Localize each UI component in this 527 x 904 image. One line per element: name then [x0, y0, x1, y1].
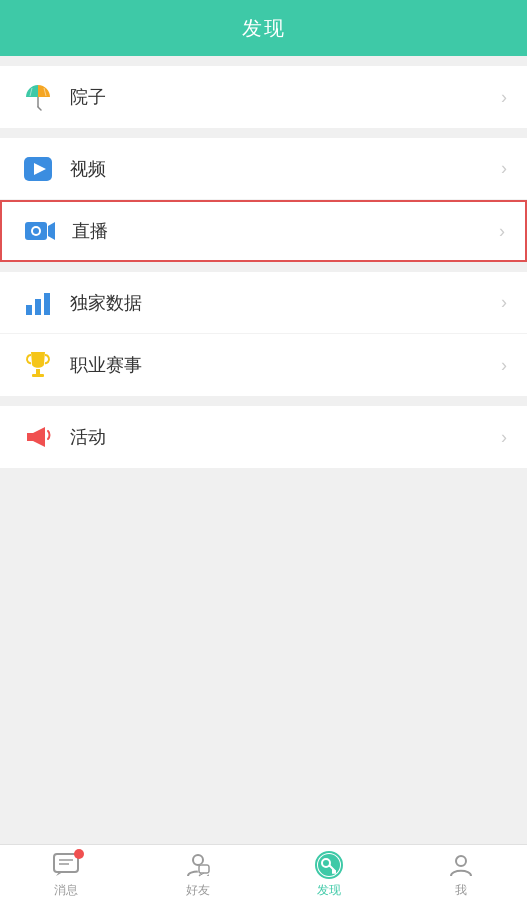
svg-rect-14 — [32, 374, 44, 377]
umbrella-icon — [20, 79, 56, 115]
nav-label-messages: 消息 — [54, 882, 78, 899]
live-label: 直播 — [72, 219, 499, 243]
yard-chevron: › — [501, 87, 507, 108]
nav-item-discover[interactable]: 发现 — [264, 851, 396, 899]
svg-point-20 — [193, 855, 203, 865]
nav-label-discover: 发现 — [317, 882, 341, 899]
nav-item-messages[interactable]: 消息 — [0, 851, 132, 899]
header: 发现 — [0, 0, 527, 56]
menu-item-data[interactable]: 独家数据 › — [0, 272, 527, 334]
live-chevron: › — [499, 221, 505, 242]
section-yard: 院子 › — [0, 66, 527, 128]
svg-point-9 — [33, 228, 39, 234]
nav-item-me[interactable]: 我 — [395, 851, 527, 899]
svg-line-1 — [38, 107, 41, 110]
menu-item-live[interactable]: 直播 › — [0, 200, 527, 262]
data-icon — [20, 285, 56, 321]
tournament-label: 职业赛事 — [70, 353, 501, 377]
data-label: 独家数据 — [70, 291, 501, 315]
section-video-live: 视频 › 直播 › — [0, 138, 527, 262]
video-label: 视频 — [70, 157, 501, 181]
tournament-chevron: › — [501, 355, 507, 376]
messages-badge — [74, 849, 84, 859]
main-content: 院子 › 视频 › — [0, 56, 527, 844]
svg-point-29 — [456, 856, 466, 866]
activity-label: 活动 — [70, 425, 501, 449]
menu-item-tournament[interactable]: 职业赛事 › — [0, 334, 527, 396]
nav-label-me: 我 — [455, 882, 467, 899]
svg-rect-10 — [26, 305, 32, 315]
activity-chevron: › — [501, 427, 507, 448]
svg-marker-15 — [27, 427, 45, 447]
discover-nav-icon — [315, 851, 343, 879]
svg-rect-12 — [44, 293, 50, 315]
activity-icon — [20, 419, 56, 455]
menu-item-yard[interactable]: 院子 › — [0, 66, 527, 128]
svg-rect-11 — [35, 299, 41, 315]
friends-nav-icon — [184, 851, 212, 879]
trophy-icon — [20, 347, 56, 383]
yard-label: 院子 — [70, 85, 501, 109]
section-activity: 活动 › — [0, 406, 527, 468]
bottom-nav: 消息 好友 — [0, 844, 527, 904]
video-chevron: › — [501, 158, 507, 179]
header-title: 发现 — [242, 15, 286, 42]
me-nav-icon — [447, 851, 475, 879]
menu-item-video[interactable]: 视频 › — [0, 138, 527, 200]
nav-item-friends[interactable]: 好友 — [132, 851, 264, 899]
svg-marker-7 — [48, 222, 55, 240]
svg-rect-13 — [36, 369, 40, 374]
data-chevron: › — [501, 292, 507, 313]
section-data-tournament: 独家数据 › 职业赛事 › — [0, 272, 527, 396]
live-icon — [22, 213, 58, 249]
message-nav-icon — [52, 851, 80, 879]
menu-item-activity[interactable]: 活动 › — [0, 406, 527, 468]
video-icon — [20, 151, 56, 187]
nav-label-friends: 好友 — [186, 882, 210, 899]
